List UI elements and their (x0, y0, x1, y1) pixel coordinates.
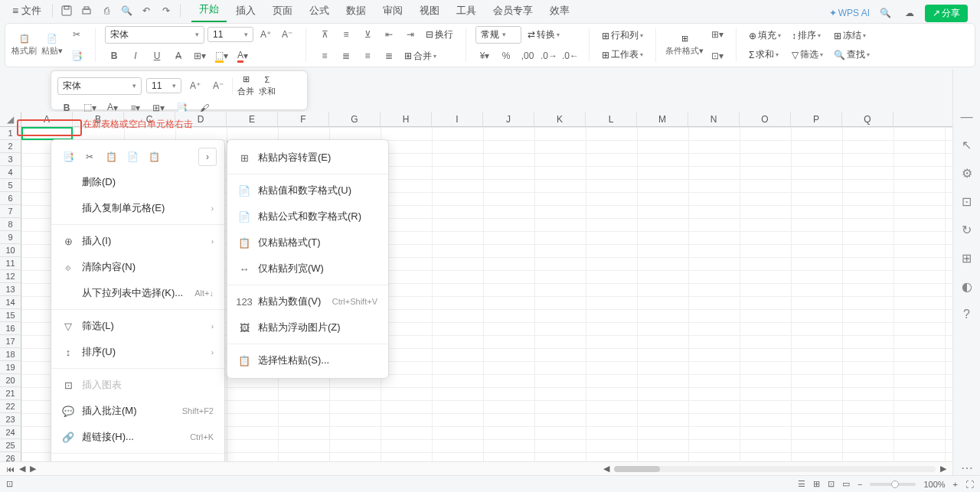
align-right-icon[interactable]: ≡ (358, 47, 377, 65)
zoom-out-icon[interactable]: − (858, 480, 862, 489)
row-header[interactable]: 17 (0, 335, 21, 348)
ctx-cut-icon[interactable]: ✂ (80, 148, 99, 166)
redo-icon[interactable]: ↷ (157, 2, 175, 20)
grow-font-icon[interactable]: A⁺ (256, 25, 275, 44)
h-scrollbar-thumb[interactable] (614, 466, 660, 472)
status-page-icon[interactable]: ⊡ (828, 479, 835, 489)
tab-insert[interactable]: 插入 (228, 0, 263, 22)
ctx-insert[interactable]: ⊕插入(I)› (51, 228, 224, 254)
row-header[interactable]: 18 (0, 348, 21, 361)
undo-icon[interactable]: ↶ (137, 2, 155, 20)
ctx-paste-val-icon[interactable]: 📄 (123, 148, 142, 166)
mini-merge-button[interactable]: ⊞合并 (237, 74, 254, 97)
size-combo[interactable]: 11▾ (207, 27, 253, 42)
ctx-clear[interactable]: ⟐清除内容(N) (51, 254, 224, 280)
mini-shrink-font-icon[interactable]: A⁻ (209, 77, 227, 95)
justify-icon[interactable]: ≣ (380, 47, 398, 65)
underline-icon[interactable]: U (148, 47, 166, 65)
table-style-icon[interactable]: ⊞▾ (708, 25, 727, 44)
print-preview-icon[interactable]: ⎙ (97, 2, 116, 20)
tab-view[interactable]: 视图 (412, 0, 447, 22)
rail-refresh-icon[interactable]: ↻ (962, 223, 972, 237)
print-icon[interactable] (77, 2, 96, 20)
worksheet-button[interactable]: ⊞ 工作表▾ (599, 47, 646, 63)
rail-minus-icon[interactable]: — (961, 110, 973, 124)
row-header[interactable]: 20 (0, 374, 21, 387)
rail-layout-icon[interactable]: ⊡ (962, 194, 972, 209)
cut-icon[interactable]: ✂ (67, 25, 86, 44)
ctx-paste-opt-icon[interactable]: 📋 (145, 148, 163, 166)
row-header[interactable]: 11 (0, 257, 21, 270)
zoom-slider[interactable] (870, 483, 916, 486)
fill-color-icon[interactable]: ⬚▾ (212, 47, 230, 65)
sheet-first-icon[interactable]: ⏮ (6, 464, 15, 474)
row-header[interactable]: 8 (0, 218, 21, 231)
rail-settings-icon[interactable]: ⚙ (962, 166, 972, 181)
ctx-dropdown[interactable]: 从下拉列表中选择(K)...Alt+↓ (51, 280, 224, 306)
align-middle-icon[interactable]: ≡ (337, 25, 355, 44)
ctx-comment[interactable]: 💬插入批注(M)Shift+F2 (51, 398, 224, 424)
tab-page[interactable]: 页面 (265, 0, 300, 22)
rail-sync-icon[interactable]: ◐ (962, 279, 972, 294)
ctx-paste-rich-icon[interactable]: 📋 (102, 148, 120, 166)
zoom-in-icon[interactable]: + (953, 480, 958, 489)
row-header[interactable]: 9 (0, 231, 21, 244)
sub-special[interactable]: 📋选择性粘贴(S)... (227, 347, 388, 373)
bold-icon[interactable]: B (105, 47, 123, 65)
mini-size-combo[interactable]: 11▾ (146, 78, 181, 93)
status-view-icon[interactable]: ☰ (798, 479, 805, 489)
sum-button[interactable]: Σ 求和▾ (746, 47, 784, 63)
copy-icon[interactable]: 📑 (67, 47, 86, 65)
tab-review[interactable]: 审阅 (375, 0, 410, 22)
italic-icon[interactable]: I (126, 47, 145, 65)
fill-button[interactable]: ⊕ 填充▾ (746, 28, 784, 44)
inc-dec-icon[interactable]: .0→ (540, 47, 558, 65)
select-all-corner[interactable]: ◢ (0, 112, 21, 127)
row-header[interactable]: 15 (0, 309, 21, 322)
dec-dec-icon[interactable]: .0← (561, 47, 580, 65)
sub-transpose[interactable]: ⊞粘贴内容转置(E) (227, 145, 388, 171)
sheet-prev-icon[interactable]: ◀ (19, 464, 25, 474)
status-expand-icon[interactable]: ⛶ (965, 480, 974, 489)
active-cell[interactable] (21, 127, 73, 140)
paste-group[interactable]: 📄 粘贴▾ (41, 34, 63, 57)
row-header[interactable]: 19 (0, 361, 21, 374)
sub-as-image[interactable]: 🖼粘贴为浮动图片(Z) (227, 314, 388, 340)
strike-icon[interactable]: A̶ (169, 47, 188, 65)
rail-select-icon[interactable]: ↖ (962, 138, 972, 152)
row-header[interactable]: 13 (0, 283, 21, 296)
row-header[interactable]: 2 (0, 140, 21, 153)
zoom-value[interactable]: 100% (923, 480, 945, 489)
row-header[interactable]: 24 (0, 426, 21, 439)
wrap-button[interactable]: ⊟ 换行 (423, 27, 456, 43)
align-center-icon[interactable]: ≣ (337, 47, 355, 65)
percent-icon[interactable]: % (497, 47, 515, 65)
tab-formula[interactable]: 公式 (302, 0, 337, 22)
font-combo[interactable]: 宋体▾ (105, 26, 204, 44)
row-header[interactable]: 7 (0, 205, 21, 218)
row-header[interactable]: 22 (0, 400, 21, 413)
share-button[interactable]: ↗ 分享 (925, 5, 968, 22)
row-header[interactable]: 14 (0, 296, 21, 309)
font-color-icon[interactable]: A▾ (234, 47, 252, 65)
status-info-icon[interactable]: ⊡ (6, 479, 13, 489)
ctx-filter[interactable]: ▽筛选(L)› (51, 313, 224, 339)
row-header[interactable]: 16 (0, 322, 21, 335)
row-header[interactable]: 1 (0, 127, 21, 140)
row-headers[interactable]: 1234567891011121314151617181920212223242… (0, 127, 21, 475)
file-menu[interactable]: ≡文件 (6, 4, 47, 18)
row-header[interactable]: 25 (0, 439, 21, 452)
ctx-delete[interactable]: 删除(D) (51, 169, 224, 195)
scroll-left-icon[interactable]: ◀ (603, 464, 609, 474)
freeze-button[interactable]: ⊞ 冻结▾ (831, 28, 873, 44)
filter-button[interactable]: ▽ 筛选▾ (789, 47, 826, 63)
row-header[interactable]: 3 (0, 153, 21, 166)
sub-col-width[interactable]: ↔仅粘贴列宽(W) (227, 256, 388, 282)
find-button[interactable]: 🔍 查找▾ (831, 47, 873, 63)
tab-tools[interactable]: 工具 (449, 0, 484, 22)
preview-icon[interactable]: 🔍 (117, 2, 136, 20)
align-bottom-icon[interactable]: ⊻ (358, 25, 377, 44)
mini-sum-button[interactable]: Σ求和 (259, 75, 276, 97)
currency-icon[interactable]: ¥▾ (475, 47, 494, 65)
row-col-button[interactable]: ⊞ 行和列▾ (599, 28, 646, 44)
